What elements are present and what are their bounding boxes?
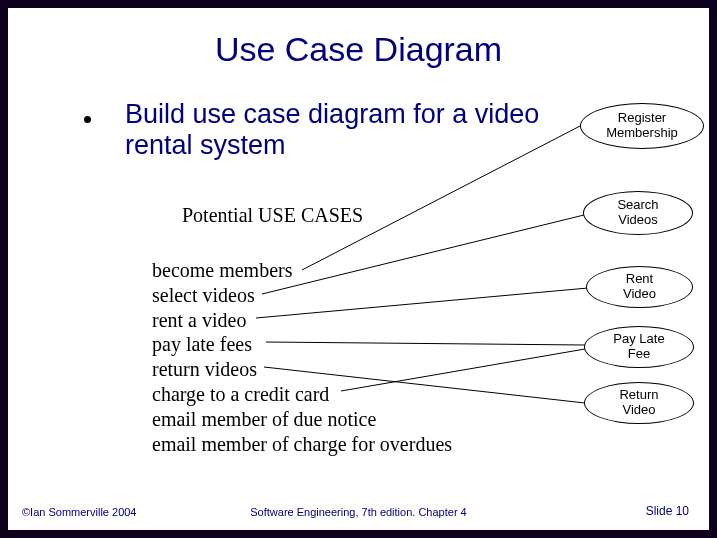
list-item: pay late fees [152,332,452,357]
bubble-line: Register [618,110,666,125]
list-item: select videos [152,283,452,308]
bubble-line: Videos [618,212,658,227]
use-case-bubble-return-video: Return Video [584,382,694,424]
footer-source: Software Engineering, 7th edition. Chapt… [8,506,709,518]
footer-slide-number: Slide 10 [646,504,689,518]
list-item: email member of due notice [152,407,452,432]
list-item: charge to a credit card [152,382,452,407]
use-case-bubble-rent-video: Rent Video [586,266,693,308]
use-case-bubble-register-membership: Register Membership [580,103,704,149]
bubble-line: Fee [628,346,650,361]
list-item: return videos [152,357,452,382]
bubble-line: Pay Late [613,331,664,346]
use-case-list: become members select videos rent a vide… [152,258,452,456]
main-bullet-text: Build use case diagram for a video renta… [125,99,605,161]
bullet-icon [84,116,91,123]
list-item: email member of charge for overdues [152,432,452,457]
list-item: rent a video [152,308,452,333]
bubble-line: Rent [626,271,653,286]
bubble-line: Search [617,197,658,212]
bubble-line: Membership [606,125,678,140]
slide-title: Use Case Diagram [8,30,709,69]
use-case-bubble-pay-late-fee: Pay Late Fee [584,326,694,368]
bubble-line: Video [622,402,655,417]
list-item: become members [152,258,452,283]
use-case-bubble-search-videos: Search Videos [583,191,693,235]
bubble-line: Video [623,286,656,301]
bubble-line: Return [619,387,658,402]
subheading: Potential USE CASES [182,204,363,227]
